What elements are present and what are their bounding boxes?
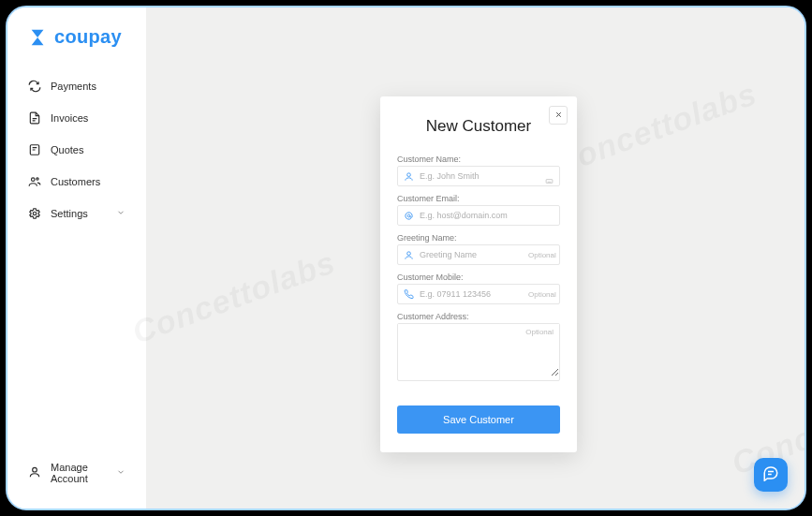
label-customer-address: Customer Address: [397,312,560,321]
svg-point-1 [32,178,36,182]
at-icon [404,211,414,221]
users-icon [28,175,41,188]
customer-email-input[interactable] [420,211,554,220]
label-customer-email: Customer Email: [397,194,560,203]
optional-label: Optional [525,328,554,336]
sidebar-item-label: Settings [51,208,88,219]
svg-point-3 [33,212,37,215]
optional-label: Optional [528,251,556,259]
brand-logo: coupay [7,26,146,65]
sidebar: coupay Payments Invoices Quotes [7,7,146,509]
watermark: Concettolabs [549,75,761,182]
sidebar-item-invoices[interactable]: Invoices [7,102,146,134]
refresh-icon [28,80,41,93]
user-icon [28,465,41,480]
field-customer-address: Customer Address: Optional [397,312,560,381]
svg-point-5 [407,172,411,176]
main-area: Concettolabs Concettolabs Concettolabs N… [146,7,805,509]
logo-mark-icon [28,27,49,48]
new-customer-modal: New Customer Customer Name: Customer Ema… [380,96,577,452]
svg-point-2 [37,178,38,180]
sidebar-item-payments[interactable]: Payments [7,70,146,102]
label-greeting-name: Greeting Name: [397,233,560,243]
field-customer-name: Customer Name: [397,155,560,186]
manage-account[interactable]: Manage Account [7,450,146,495]
svg-point-4 [33,467,37,472]
sidebar-item-quotes[interactable]: Quotes [7,134,146,166]
field-greeting-name: Greeting Name: Optional [397,233,560,265]
chevron-down-icon [116,208,125,219]
sidebar-item-label: Invoices [51,112,88,124]
close-button[interactable] [549,106,568,125]
modal-title: New Customer [397,117,560,136]
sidebar-nav: Payments Invoices Quotes Customers [7,65,146,229]
field-customer-mobile: Customer Mobile: Optional [397,273,560,304]
app-window: coupay Payments Invoices Quotes [6,6,806,510]
svg-rect-6 [546,179,553,183]
person-icon [404,171,414,182]
chat-icon [762,464,779,485]
brand-name: coupay [54,26,122,48]
note-icon [28,143,41,156]
document-icon [28,111,41,125]
sidebar-item-label: Quotes [51,144,83,155]
label-customer-name: Customer Name: [397,155,560,164]
svg-point-8 [407,251,411,255]
manage-account-label: Manage Account [51,462,107,484]
sidebar-item-customers[interactable]: Customers [7,166,146,198]
label-customer-mobile: Customer Mobile: [397,273,560,282]
close-icon [554,110,563,121]
optional-label: Optional [528,290,556,299]
person-icon [404,250,414,260]
customer-name-input[interactable] [420,171,545,181]
sidebar-item-label: Payments [51,81,96,92]
watermark: Concettolabs [127,243,340,350]
sidebar-item-settings[interactable]: Settings [7,198,146,229]
gear-icon [28,207,41,220]
customer-mobile-input[interactable] [420,289,524,299]
chevron-down-icon [116,467,125,479]
save-customer-button[interactable]: Save Customer [397,405,560,434]
field-customer-email: Customer Email: [397,194,560,226]
phone-icon [404,289,414,300]
greeting-name-input[interactable] [420,250,524,259]
sidebar-item-label: Customers [51,176,100,187]
chat-fab[interactable] [754,458,788,492]
keyboard-icon [545,172,554,181]
